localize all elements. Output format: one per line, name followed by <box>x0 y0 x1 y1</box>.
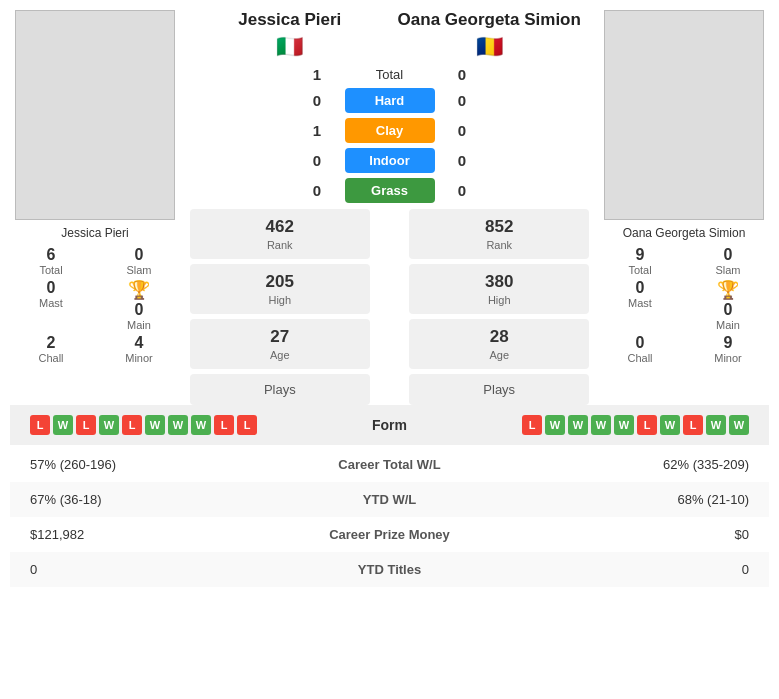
right-plays-lbl: Plays <box>417 382 581 397</box>
left-total-label: Total <box>39 264 62 276</box>
left-total-block: 6 Total <box>10 246 92 276</box>
form-badge: W <box>145 415 165 435</box>
right-high-lbl: High <box>414 294 584 306</box>
right-stats-block: 9 Total 0 Slam 0 Mast 🏆 0 Main 0 <box>599 240 769 370</box>
center-column: Jessica Pieri 🇮🇹 Oana Georgeta Simion 🇷🇴… <box>180 10 599 405</box>
left-player-photo <box>15 10 175 220</box>
indoor-score-line: 0 Indoor 0 <box>190 148 589 173</box>
right-age-lbl: Age <box>414 349 584 361</box>
players-names-row: Jessica Pieri 🇮🇹 Oana Georgeta Simion 🇷🇴 <box>180 10 599 60</box>
left-minor-value: 4 <box>135 334 144 352</box>
form-badge: W <box>99 415 119 435</box>
stats-center-label-1: YTD W/L <box>242 482 538 517</box>
stats-left-3: 0 <box>10 552 242 587</box>
left-main-label: Main <box>127 319 151 331</box>
form-badge: W <box>591 415 611 435</box>
left-slam-block: 0 Slam <box>98 246 180 276</box>
left-rank-box: 462 Rank <box>190 209 370 259</box>
stats-left-1: 67% (36-18) <box>10 482 242 517</box>
right-minor-block: 9 Minor <box>687 334 769 364</box>
right-high-val: 380 <box>414 272 584 292</box>
right-total-label: Total <box>628 264 651 276</box>
top-wrapper: Jessica Pieri 6 Total 0 Slam 0 Mast 🏆 0 <box>10 10 769 405</box>
left-trophy-icon: 🏆 <box>128 279 150 301</box>
right-age-val: 28 <box>414 327 584 347</box>
left-player-name: Jessica Pieri <box>61 226 128 240</box>
left-high-val: 205 <box>195 272 365 292</box>
right-slam-block: 0 Slam <box>687 246 769 276</box>
stats-table: 57% (260-196)Career Total W/L62% (335-20… <box>10 447 769 587</box>
form-title: Form <box>372 417 407 433</box>
right-main-label: Main <box>716 319 740 331</box>
total-score-line: 1 Total 0 <box>190 66 589 83</box>
stats-row: 0YTD Titles0 <box>10 552 769 587</box>
left-stats-block: 6 Total 0 Slam 0 Mast 🏆 0 Main 2 <box>10 240 180 370</box>
right-main-value: 0 <box>724 301 733 319</box>
clay-button[interactable]: Clay <box>345 118 435 143</box>
left-age-lbl: Age <box>195 349 365 361</box>
form-badge: W <box>706 415 726 435</box>
left-age-box: 27 Age <box>190 319 370 369</box>
right-minor-label: Minor <box>714 352 742 364</box>
right-name-block: Oana Georgeta Simion 🇷🇴 <box>390 10 590 60</box>
right-chall-label: Chall <box>627 352 652 364</box>
total-label: Total <box>345 67 435 82</box>
stats-right-1: 68% (21-10) <box>537 482 769 517</box>
left-slam-label: Slam <box>126 264 151 276</box>
indoor-button[interactable]: Indoor <box>345 148 435 173</box>
right-player-name: Oana Georgeta Simion <box>623 226 746 240</box>
hard-button[interactable]: Hard <box>345 88 435 113</box>
left-chall-block: 2 Chall <box>10 334 92 364</box>
left-plays-box: Plays <box>190 374 370 405</box>
left-flag: 🇮🇹 <box>190 34 390 60</box>
left-rank-age-col: 462 Rank 205 High 27 Age Plays <box>190 209 370 405</box>
left-minor-block: 4 Minor <box>98 334 180 364</box>
left-main-name: Jessica Pieri <box>190 10 390 30</box>
form-badge: W <box>614 415 634 435</box>
total-score-right: 0 <box>435 66 490 83</box>
left-chall-label: Chall <box>38 352 63 364</box>
right-player-photo <box>604 10 764 220</box>
left-age-val: 27 <box>195 327 365 347</box>
form-badge: L <box>522 415 542 435</box>
form-section: LWLWLWWWLL Form LWWWWLWLWW <box>10 405 769 445</box>
score-section: 1 Total 0 0 Hard 0 1 Clay 0 <box>180 60 599 209</box>
right-form-badges: LWWWWLWLWW <box>522 415 749 435</box>
left-rank-val: 462 <box>195 217 365 237</box>
right-rank-box: 852 Rank <box>409 209 589 259</box>
right-mast-block: 0 Mast <box>599 279 681 331</box>
hard-score-left: 0 <box>290 92 345 109</box>
right-minor-value: 9 <box>724 334 733 352</box>
stats-row: 57% (260-196)Career Total W/L62% (335-20… <box>10 447 769 482</box>
form-badge: L <box>237 415 257 435</box>
left-plays-lbl: Plays <box>198 382 362 397</box>
main-container: Jessica Pieri 6 Total 0 Slam 0 Mast 🏆 0 <box>0 0 779 597</box>
stats-row: $121,982Career Prize Money$0 <box>10 517 769 552</box>
stats-right-2: $0 <box>537 517 769 552</box>
left-name-block: Jessica Pieri 🇮🇹 <box>190 10 390 60</box>
right-rank-lbl: Rank <box>414 239 584 251</box>
stats-left-0: 57% (260-196) <box>10 447 242 482</box>
form-badge: W <box>660 415 680 435</box>
left-slam-value: 0 <box>135 246 144 264</box>
right-trophy-icon: 🏆 <box>717 279 739 301</box>
form-badge: W <box>545 415 565 435</box>
right-player-column: Oana Georgeta Simion 9 Total 0 Slam 0 Ma… <box>599 10 769 405</box>
form-badge: L <box>122 415 142 435</box>
right-slam-label: Slam <box>715 264 740 276</box>
form-badge: W <box>53 415 73 435</box>
left-mast-value: 0 <box>47 279 56 297</box>
form-badge: W <box>568 415 588 435</box>
left-player-column: Jessica Pieri 6 Total 0 Slam 0 Mast 🏆 0 <box>10 10 180 405</box>
right-high-box: 380 High <box>409 264 589 314</box>
left-minor-label: Minor <box>125 352 153 364</box>
clay-score-left: 1 <box>290 122 345 139</box>
total-score-left: 1 <box>290 66 345 83</box>
right-chall-value: 0 <box>636 334 645 352</box>
stats-right-3: 0 <box>537 552 769 587</box>
stats-center-label-2: Career Prize Money <box>242 517 538 552</box>
form-badge: W <box>191 415 211 435</box>
left-mast-block: 0 Mast <box>10 279 92 331</box>
grass-button[interactable]: Grass <box>345 178 435 203</box>
left-trophy-main-block: 🏆 0 Main <box>98 279 180 331</box>
